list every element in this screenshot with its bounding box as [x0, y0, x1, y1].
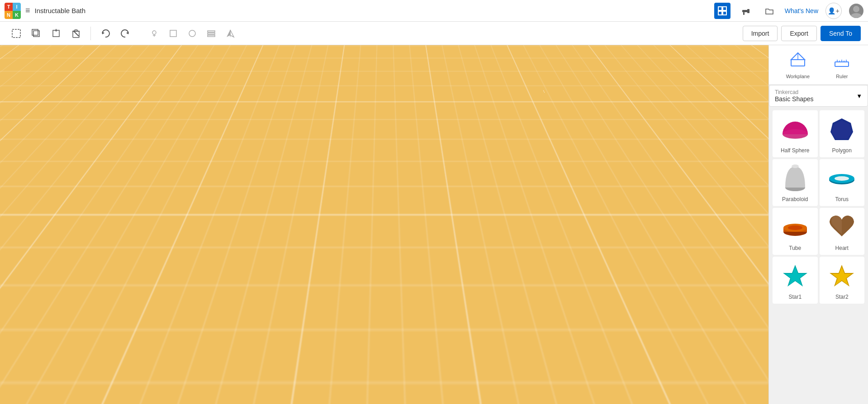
ruler-label: Ruler	[836, 74, 848, 79]
svg-point-75	[783, 129, 808, 138]
duplicate-btn[interactable]	[47, 24, 65, 42]
bevel-segments-label: Bevel Segments	[513, 216, 559, 223]
undo-btn[interactable]	[96, 24, 114, 42]
whats-new-btn[interactable]: What's New	[785, 7, 818, 14]
ruler-tool[interactable]: Ruler	[833, 51, 851, 79]
collapse-panel-btn[interactable]: ▲	[512, 96, 522, 105]
category-selector[interactable]: Tinkercad Basic Shapes ▼	[769, 85, 868, 107]
shape-panel-header: ▲ Shape 🔒 💡	[506, 90, 628, 111]
logo-i: I	[13, 3, 21, 11]
zoom-out-btn[interactable]: −	[8, 206, 25, 223]
shape-item-half-sphere[interactable]: Half Sphere	[773, 110, 818, 157]
shape-item-heart[interactable]: Heart	[820, 208, 865, 255]
hammer-btn[interactable]	[738, 3, 754, 19]
zoom-in-btn[interactable]: +	[8, 187, 25, 204]
half-sphere-thumb	[779, 114, 811, 146]
grid-view-btn[interactable]	[714, 3, 730, 19]
hole-icon	[571, 118, 598, 145]
fit-view-btn[interactable]: ◎	[8, 168, 25, 185]
paraboloid-thumb	[779, 163, 811, 194]
right-panel-top: Workplane Ruler	[769, 45, 868, 85]
svg-point-25	[189, 30, 195, 37]
select-btn[interactable]	[7, 24, 25, 42]
sides-slider[interactable]	[562, 193, 602, 195]
svg-marker-30	[230, 30, 234, 37]
user-avatar[interactable]	[849, 4, 863, 18]
param-sides: Sides 24	[513, 191, 621, 197]
perspective-btn[interactable]: ⬡	[8, 225, 25, 242]
radius-radio[interactable]	[562, 165, 569, 173]
sides-value: 24	[605, 191, 621, 197]
svg-marker-19	[102, 32, 104, 34]
svg-point-8	[851, 13, 862, 18]
snap-arrows[interactable]: ▲▼	[656, 394, 664, 398]
lock-icon[interactable]: 🔒	[597, 95, 607, 106]
mirror-btn[interactable]	[221, 24, 239, 42]
redo-btn[interactable]	[116, 24, 134, 42]
shape-item-star1[interactable]: Star1	[773, 257, 818, 304]
param-radius: Radius 10	[513, 165, 621, 173]
shape-panel-title: Shape	[525, 96, 593, 104]
import-btn[interactable]: Import	[743, 26, 778, 41]
star2-label: Star2	[835, 294, 849, 300]
export-btn[interactable]: Export	[781, 26, 816, 41]
shape-item-tube[interactable]: Tube	[773, 208, 818, 255]
circle-view-btn[interactable]	[183, 24, 201, 42]
home-view-btn[interactable]: ⌂	[8, 149, 25, 166]
cube-top-label: TOP	[30, 105, 38, 110]
svg-rect-51	[389, 211, 394, 216]
folder-btn[interactable]	[761, 3, 778, 19]
box-view-btn[interactable]	[164, 24, 182, 42]
shape-item-star2[interactable]: Star2	[820, 257, 865, 304]
heart-label: Heart	[835, 245, 849, 251]
shapes-grid: Half Sphere Polygon	[769, 107, 868, 307]
wall-thickness-radio[interactable]	[562, 178, 569, 185]
svg-marker-90	[832, 267, 851, 285]
category-name: Basic Shapes	[775, 95, 814, 103]
list-view-btn[interactable]	[202, 24, 220, 42]
send-to-btn[interactable]: Send To	[821, 26, 861, 41]
bevel-radio[interactable]	[562, 203, 569, 210]
light-btn[interactable]	[145, 24, 163, 42]
panel-tools: Workplane Ruler	[774, 51, 863, 79]
user-add-btn[interactable]: 👤+	[825, 3, 842, 19]
svg-rect-28	[208, 35, 215, 37]
paraboloid-label: Paraboloid	[782, 196, 808, 202]
svg-marker-88	[786, 267, 805, 285]
delete-btn[interactable]	[67, 24, 85, 42]
wall-thickness-label: Wall Thickness	[513, 179, 559, 185]
workplane-icon	[789, 51, 807, 72]
tube-thumb	[779, 211, 811, 243]
svg-rect-1	[723, 7, 726, 10]
svg-rect-24	[170, 30, 176, 37]
app-logo[interactable]: T I N K	[5, 3, 21, 19]
edit-grid-btn[interactable]: Edit Grid	[582, 393, 603, 399]
shape-item-polygon[interactable]: Polygon	[820, 110, 865, 157]
svg-text:↻: ↻	[447, 198, 454, 207]
copy-btn[interactable]	[27, 24, 45, 42]
menu-icon[interactable]: ≡	[25, 6, 30, 15]
snap-value: 1.0 mm	[636, 393, 654, 399]
svg-rect-56	[448, 244, 453, 248]
bevel-segments-radio[interactable]	[562, 216, 569, 223]
viewport[interactable]: ↻ ↺ TOP FRONT ⌂ ◎ + −	[0, 45, 768, 404]
solid-shape-btn[interactable]: Solid	[536, 118, 564, 155]
view-cube[interactable]: TOP FRONT	[14, 97, 50, 133]
bulb-icon[interactable]: 💡	[611, 95, 622, 106]
hole-shape-btn[interactable]: Hole	[571, 118, 598, 155]
shape-item-torus[interactable]: Torus	[820, 159, 865, 206]
param-bevel: Bevel 0	[513, 203, 621, 210]
category-info: Tinkercad Basic Shapes	[775, 89, 814, 103]
shape-type-row: Solid Hole	[506, 111, 628, 162]
logo-n: N	[5, 11, 13, 19]
svg-rect-11	[32, 29, 38, 35]
snap-grid: Snap Grid 1.0 mm ▲▼	[608, 393, 664, 399]
bevel-segments-value: 1	[605, 216, 621, 223]
workplane-tool[interactable]: Workplane	[786, 51, 810, 79]
svg-point-7	[853, 6, 859, 12]
heart-thumb	[826, 211, 858, 243]
torus-label: Torus	[835, 196, 849, 202]
radius-label: Radius	[513, 166, 559, 173]
right-panel: Workplane Ruler	[768, 45, 868, 404]
shape-item-paraboloid[interactable]: Paraboloid	[773, 159, 818, 206]
